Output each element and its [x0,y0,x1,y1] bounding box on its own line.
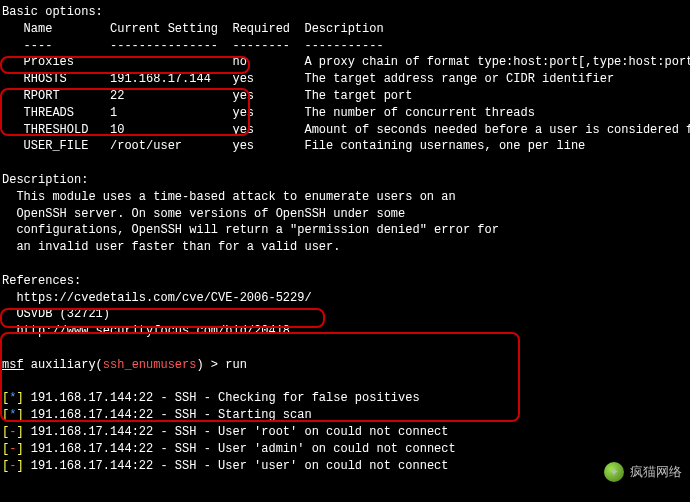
references-body: https://cvedetails.com/cve/CVE-2006-5229… [2,290,688,340]
option-row: RPORT 22 yes The target port [2,88,688,105]
blank [2,374,688,391]
prompt-msf: msf [2,358,24,372]
blank [2,491,688,502]
description-line: OpenSSH server. On some versions of Open… [2,206,688,223]
wechat-icon: ✦ [604,462,624,482]
output-line: [-] 191.168.17.144:22 - SSH - User 'user… [2,458,688,475]
description-body: This module uses a time-based attack to … [2,189,688,256]
option-row: Proxies no A proxy chain of format type:… [2,54,688,71]
prompt-module: ssh_enumusers [103,358,197,372]
description-line: This module uses a time-based attack to … [2,189,688,206]
reference-line: https://cvedetails.com/cve/CVE-2006-5229… [2,290,688,307]
watermark-text: 疯猫网络 [630,463,682,481]
prompt-close: ) [196,358,210,372]
prompt-command: run [218,358,247,372]
options-table: Proxies no A proxy chain of format type:… [2,54,688,155]
prompt-aux: auxiliary( [24,358,103,372]
output-line: [*] 191.168.17.144:22 - SSH - Starting s… [2,407,688,424]
option-row: USER_FILE /root/user yes File containing… [2,138,688,155]
output-line: [*] 191.168.17.144:22 - SSH - Checking f… [2,390,688,407]
description-line: configurations, OpenSSH will return a "p… [2,222,688,239]
section-title-references: References: [2,273,688,290]
blank [2,155,688,172]
run-output: [*] 191.168.17.144:22 - SSH - Checking f… [2,390,688,474]
watermark: ✦ 疯猫网络 [604,462,682,482]
option-row: THRESHOLD 10 yes Amount of seconds neede… [2,122,688,139]
options-columns-rule: ---- --------------- -------- ----------… [2,38,688,55]
msf-prompt[interactable]: msf auxiliary(ssh_enumusers) > run [2,357,688,374]
output-line: [-] 191.168.17.144:22 - SSH - User 'admi… [2,441,688,458]
prompt-gt: > [211,358,218,372]
description-line: an invalid user faster than for a valid … [2,239,688,256]
reference-line: http://www.securityfocus.com/bid/20418 [2,323,688,340]
blank [2,474,688,491]
blank [2,256,688,273]
section-title-description: Description: [2,172,688,189]
options-columns-header: Name Current Setting Required Descriptio… [2,21,688,38]
blank [2,340,688,357]
output-line: [-] 191.168.17.144:22 - SSH - User 'root… [2,424,688,441]
option-row: RHOSTS 191.168.17.144 yes The target add… [2,71,688,88]
section-title-basic-options: Basic options: [2,4,688,21]
reference-line: OSVDB (32721) [2,306,688,323]
option-row: THREADS 1 yes The number of concurrent t… [2,105,688,122]
